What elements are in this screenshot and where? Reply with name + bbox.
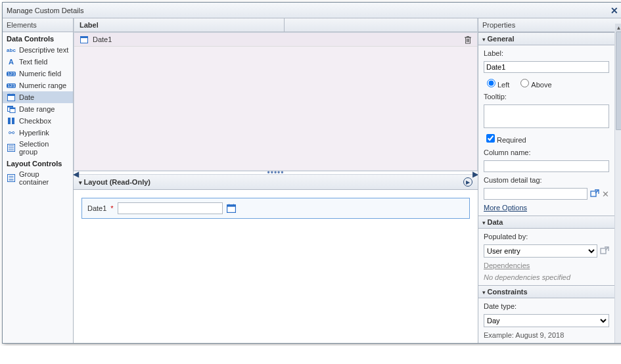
sidebar-item-hyperlink[interactable]: ⚯ Hyperlink bbox=[3, 127, 73, 139]
required-checkbox-row[interactable]: Required bbox=[484, 132, 609, 145]
group-data-header[interactable]: Data bbox=[478, 216, 614, 229]
required-checkbox[interactable] bbox=[486, 134, 495, 143]
radio-above[interactable]: Above bbox=[517, 77, 551, 89]
numeric-range-icon: 123 bbox=[7, 81, 16, 90]
tag-label: Custom detail tag: bbox=[484, 176, 609, 184]
populated-select[interactable]: User entry bbox=[484, 244, 597, 258]
chevron-left-icon[interactable]: ◀ bbox=[73, 170, 79, 179]
trash-icon[interactable] bbox=[464, 35, 472, 44]
calendar-icon bbox=[80, 35, 89, 44]
calendar-picker-icon[interactable] bbox=[227, 204, 236, 213]
sidebar-item-label: Descriptive text bbox=[19, 46, 68, 54]
tag-input[interactable] bbox=[484, 188, 587, 200]
tooltip-label: Tooltip: bbox=[484, 93, 609, 101]
dependencies-link[interactable]: Dependencies bbox=[484, 262, 609, 269]
radio-left-label: Left bbox=[497, 81, 509, 89]
properties-panel: Properties General Label: Left Above Too… bbox=[478, 18, 621, 343]
preview-field-date1[interactable]: Date1 * bbox=[81, 198, 470, 219]
sidebar-item-checkbox[interactable]: Checkbox bbox=[3, 115, 73, 127]
preview-area: Date1 * bbox=[74, 190, 478, 343]
datetype-label: Date type: bbox=[484, 302, 609, 310]
sidebar-item-label: Group container bbox=[19, 170, 69, 186]
radio-above-input[interactable] bbox=[520, 79, 529, 87]
link-icon: ⚯ bbox=[7, 128, 16, 137]
sidebar-item-date-range[interactable]: Date range bbox=[3, 103, 73, 115]
sidebar-item-selection-group[interactable]: Selection group bbox=[3, 139, 73, 157]
open-populated-icon[interactable] bbox=[600, 246, 609, 256]
sidebar-item-label: Checkbox bbox=[19, 117, 51, 125]
canvas-header-row: Label bbox=[74, 18, 478, 32]
example-text: Example: August 9, 2018 bbox=[484, 331, 609, 339]
required-asterisk-icon: * bbox=[110, 204, 113, 212]
properties-header: Properties bbox=[478, 18, 621, 32]
sidebar-item-label: Date range bbox=[19, 105, 55, 113]
canvas-header-label: Label bbox=[74, 18, 285, 32]
canvas-row-date1[interactable]: Date1 bbox=[74, 33, 477, 47]
sidebar-item-date[interactable]: Date bbox=[3, 91, 73, 103]
radio-left-input[interactable] bbox=[487, 79, 495, 87]
group-data-body: Populated by: User entry Dependencies No… bbox=[478, 229, 614, 285]
colname-label: Column name: bbox=[484, 148, 609, 156]
definition-canvas[interactable]: Date1 bbox=[74, 32, 478, 171]
sidebar: Elements Data Controls abc Descriptive t… bbox=[3, 18, 74, 343]
scrollbar-thumb[interactable] bbox=[616, 32, 621, 130]
group-general-header[interactable]: General bbox=[478, 32, 614, 45]
section-data-controls: Data Controls bbox=[3, 32, 73, 44]
label-label: Label: bbox=[484, 49, 609, 57]
sidebar-item-label: Selection group bbox=[19, 140, 69, 156]
radio-left[interactable]: Left bbox=[484, 77, 509, 89]
tooltip-input[interactable] bbox=[484, 104, 609, 128]
radio-above-label: Above bbox=[531, 81, 551, 89]
scrollbar[interactable]: ▲ bbox=[614, 32, 621, 343]
svg-rect-8 bbox=[8, 118, 11, 124]
sidebar-item-numeric-range[interactable]: 123 Numeric range bbox=[3, 80, 73, 91]
svg-rect-31 bbox=[601, 248, 606, 254]
sidebar-item-label: Numeric range bbox=[19, 81, 66, 89]
scroll-up-icon[interactable]: ▲ bbox=[615, 24, 621, 32]
more-options-link[interactable]: More Options bbox=[484, 204, 609, 212]
checkbox-icon bbox=[7, 116, 16, 125]
svg-rect-16 bbox=[9, 179, 14, 181]
sidebar-item-descriptive-text[interactable]: abc Descriptive text bbox=[3, 44, 73, 56]
calendar-icon bbox=[7, 93, 16, 102]
preview-field-label: Date1 bbox=[87, 204, 106, 212]
svg-rect-7 bbox=[10, 108, 15, 109]
window-title: Manage Custom Details bbox=[7, 7, 83, 14]
group-constraints-header[interactable]: Constraints bbox=[478, 285, 614, 298]
splitter-handle-icon: ••••• bbox=[267, 171, 284, 174]
svg-rect-29 bbox=[591, 191, 596, 196]
canvas-row-label: Date1 bbox=[93, 35, 112, 43]
svg-rect-26 bbox=[227, 205, 235, 207]
splitter[interactable]: ◀ ••••• ▶ bbox=[74, 171, 478, 175]
dialog-window: Manage Custom Details ✕ Elements Data Co… bbox=[2, 2, 621, 344]
open-tag-icon[interactable] bbox=[590, 189, 599, 198]
sidebar-item-numeric-field[interactable]: 123 Numeric field bbox=[3, 68, 73, 80]
container-icon bbox=[7, 173, 16, 183]
sidebar-item-label: Date bbox=[19, 93, 34, 101]
text-icon: abc bbox=[7, 45, 16, 55]
datetype-select[interactable]: Day bbox=[484, 314, 609, 327]
properties-scroll: General Label: Left Above Tooltip: Requi… bbox=[478, 32, 621, 343]
populated-label: Populated by: bbox=[484, 233, 609, 240]
label-input[interactable] bbox=[484, 61, 609, 73]
sidebar-item-text-field[interactable]: A Text field bbox=[3, 56, 73, 68]
section-layout-controls: Layout Controls bbox=[3, 157, 73, 169]
close-icon[interactable]: ✕ bbox=[610, 5, 618, 16]
textfield-icon: A bbox=[7, 57, 16, 66]
play-icon[interactable]: ▶ bbox=[463, 177, 472, 187]
main-area: Label Date1 ◀ •••• bbox=[74, 18, 478, 343]
calendar-range-icon bbox=[7, 104, 16, 114]
layout-header-label: Layout (Read-Only) bbox=[79, 178, 150, 186]
colname-input[interactable] bbox=[484, 160, 609, 172]
group-constraints-body: Date type: Day Example: August 9, 2018 bbox=[478, 298, 614, 343]
clear-tag-icon[interactable]: ✕ bbox=[602, 189, 609, 199]
titlebar: Manage Custom Details ✕ bbox=[3, 3, 621, 18]
group-general-body: Label: Left Above Tooltip: Required Colu… bbox=[478, 45, 614, 216]
svg-rect-5 bbox=[7, 106, 12, 108]
canvas-header-spacer bbox=[285, 18, 477, 32]
body: Elements Data Controls abc Descriptive t… bbox=[3, 18, 621, 343]
preview-date-input[interactable] bbox=[118, 202, 223, 214]
sidebar-item-group-container[interactable]: Group container bbox=[3, 169, 73, 187]
no-deps-text: No dependencies specified bbox=[484, 273, 609, 281]
sidebar-item-label: Numeric field bbox=[19, 70, 61, 78]
